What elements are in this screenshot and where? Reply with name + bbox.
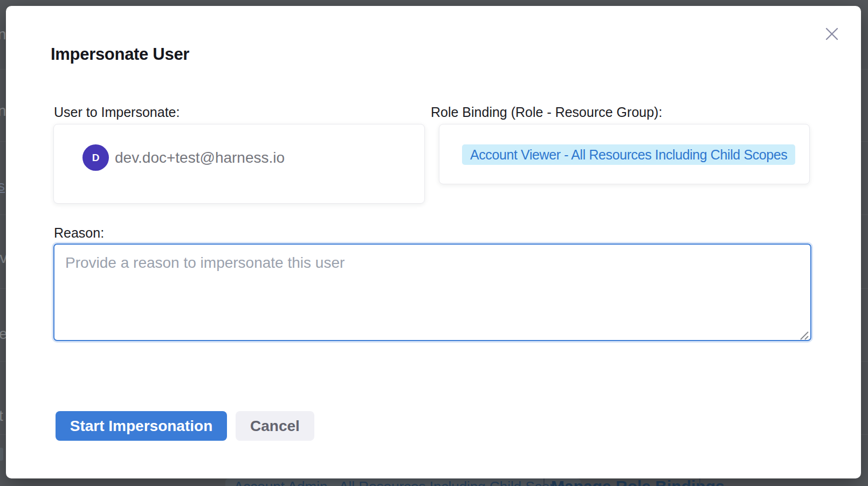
bg-text-fragment: n [0,26,6,43]
bg-column-divider [699,478,700,486]
bg-column-divider [543,478,545,486]
impersonate-user-dialog: Impersonate User User to Impersonate: D … [6,6,861,478]
user-avatar: D [82,144,109,171]
role-binding-label: Role Binding (Role - Resource Group): [431,105,662,120]
bg-link-fragment: s [0,178,5,195]
role-binding-card: Account Viewer - All Resources Including… [439,124,810,184]
screen: n n s ev ve ct Account Admin - All Resou… [0,0,868,486]
close-icon [824,26,839,41]
user-to-impersonate-label: User to Impersonate: [54,105,180,120]
start-impersonation-button[interactable]: Start Impersonation [56,411,227,441]
close-button[interactable] [822,24,842,44]
bg-text-fragment: n [0,102,6,120]
dialog-title: Impersonate User [51,45,189,64]
bg-element-fragment [0,448,3,461]
role-binding-badge: Account Viewer - All Resources Including… [462,144,795,165]
user-email: dev.doc+test@harness.io [115,144,285,171]
cancel-button[interactable]: Cancel [236,411,314,441]
bg-role-binding-badge: Account Admin - All Resources Including … [225,478,581,486]
bg-manage-role-bindings-link: Manage Role Bindings [551,478,725,486]
user-card: D dev.doc+test@harness.io [53,124,425,204]
reason-input[interactable] [53,244,811,341]
bg-text-fragment: ct [0,407,3,425]
reason-label: Reason: [54,225,104,241]
